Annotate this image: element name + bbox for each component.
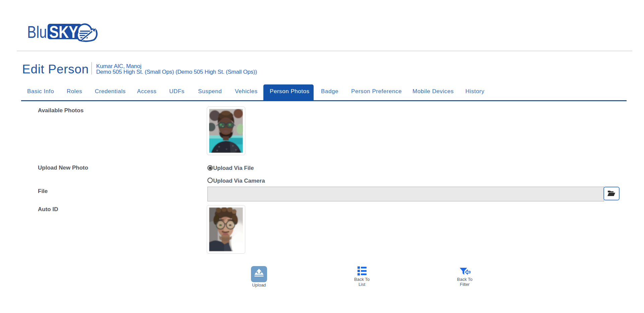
- svg-text:Blu: Blu: [27, 23, 47, 42]
- svg-text:SKY: SKY: [49, 23, 78, 42]
